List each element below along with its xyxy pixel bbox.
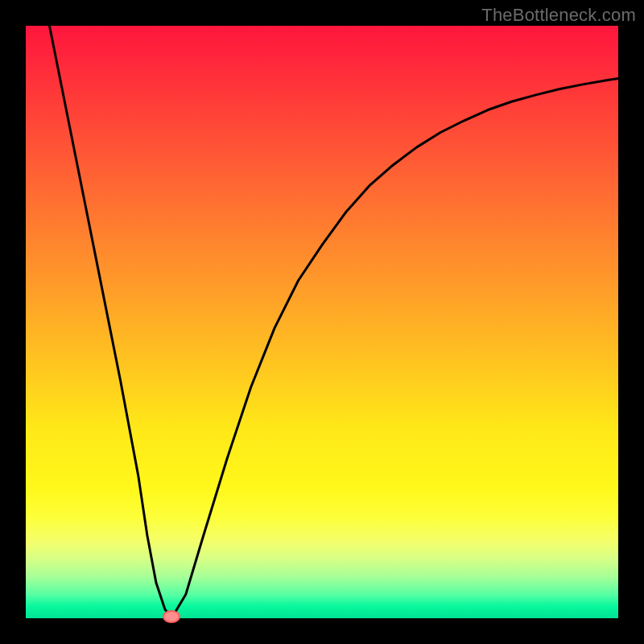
- bottleneck-curve: [49, 26, 618, 618]
- chart-frame: TheBottleneck.com: [0, 0, 644, 644]
- minimum-marker: [163, 610, 180, 623]
- line-series: [26, 26, 618, 618]
- plot-area: [26, 26, 618, 618]
- watermark-text: TheBottleneck.com: [481, 5, 636, 26]
